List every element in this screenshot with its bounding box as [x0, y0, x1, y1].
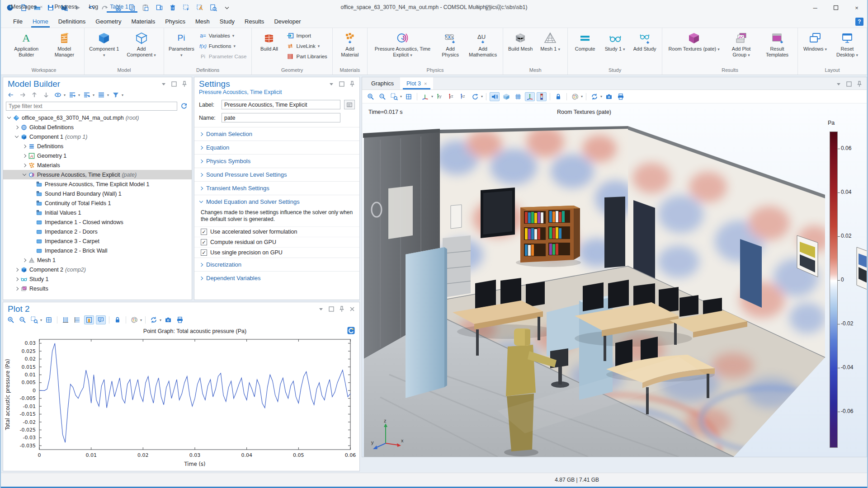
model-manager-button[interactable]: Model Manager — [47, 30, 82, 58]
filter-button[interactable] — [111, 90, 121, 99]
float-button[interactable] — [328, 305, 335, 313]
tab-table-1[interactable]: Table 1× — [104, 0, 140, 13]
graphics-viewport[interactable]: Time=0.017 s Room Textures (pate) Pa 0.0… — [362, 103, 867, 457]
tree-expander[interactable] — [21, 174, 28, 175]
tree-item[interactable]: Impedance 2 - Brick Wall — [3, 246, 192, 255]
part-libraries-button[interactable]: Part Libraries — [284, 52, 329, 61]
menu-definitions[interactable]: Definitions — [53, 15, 91, 28]
palette-button[interactable] — [570, 92, 580, 101]
tab-progress[interactable]: Progress — [48, 0, 83, 13]
tab-graphics[interactable]: Graphics — [365, 77, 400, 89]
columns-button[interactable] — [96, 90, 106, 99]
caret-small-button[interactable] — [835, 80, 842, 88]
pin-button[interactable] — [181, 80, 188, 88]
acoustics-button[interactable]: Pressure Acoustics, Time Explicit ▾ — [370, 30, 435, 59]
tree-item[interactable]: Global Definitions — [3, 122, 192, 132]
close-panel-button[interactable] — [349, 305, 356, 313]
room-textures-button[interactable]: Room Textures (pate) ▾ — [665, 30, 723, 53]
show-button[interactable] — [53, 90, 63, 99]
camera-button[interactable] — [163, 315, 173, 324]
build-all-button[interactable]: Build All — [255, 30, 283, 53]
tree-item[interactable]: DInitial Values 1 — [3, 208, 192, 217]
triadtgl-button[interactable] — [525, 92, 535, 101]
tree-expander[interactable] — [14, 136, 20, 137]
zoom-out-button[interactable] — [377, 92, 387, 101]
caret-small-button[interactable] — [317, 305, 325, 313]
import-button[interactable]: Import — [284, 31, 329, 40]
section-header[interactable]: Transient Mesh Settings — [194, 182, 359, 195]
close-button[interactable]: × — [846, 0, 867, 15]
pin-button[interactable] — [495, 4, 502, 11]
view-yz-button[interactable]: yz — [447, 92, 457, 101]
tab-plot-3[interactable]: Plot 3× — [400, 77, 433, 89]
compute-button[interactable]: Compute — [571, 30, 599, 53]
section-header[interactable]: Equation — [194, 141, 359, 154]
arrow-up-button[interactable] — [29, 90, 39, 99]
tree-item[interactable]: DSound Hard Boundary (Wall) 1 — [3, 189, 192, 198]
arrow-right-button[interactable] — [18, 90, 28, 99]
rename-button[interactable] — [344, 100, 355, 109]
section-header[interactable]: Sound Pressure Level Settings — [194, 168, 359, 181]
annot-button[interactable] — [96, 315, 106, 324]
zoom-box-button[interactable] — [389, 92, 399, 101]
printer-button[interactable] — [175, 315, 185, 324]
extents-button[interactable] — [44, 315, 54, 324]
zoom-in-button[interactable] — [366, 92, 376, 101]
transp-button[interactable] — [501, 92, 511, 101]
tree-item[interactable]: Component 1(comp 1) — [3, 132, 192, 141]
tree-expander[interactable] — [14, 268, 20, 271]
axisbox-button[interactable] — [84, 315, 94, 324]
speaker-button[interactable] — [490, 92, 500, 101]
section-header[interactable]: Physics Symbols — [194, 155, 359, 168]
menu-results[interactable]: Results — [240, 15, 269, 28]
variables-button[interactable]: a=Variables▾ — [197, 31, 249, 40]
pin-button[interactable] — [349, 80, 356, 88]
printer-button[interactable] — [616, 92, 626, 101]
label-input[interactable] — [222, 100, 340, 109]
menu-file[interactable]: File — [8, 15, 28, 28]
menu-materials[interactable]: Materials — [126, 15, 160, 28]
tab-messages[interactable]: Messages× — [5, 0, 48, 13]
tree-item[interactable]: Mesh 1 — [3, 255, 192, 265]
collapse-button[interactable] — [67, 90, 77, 99]
menu-geometry[interactable]: Geometry — [90, 15, 126, 28]
tree-expander[interactable] — [21, 145, 28, 148]
section-header[interactable]: Model Equation and Solver Settings — [194, 195, 359, 208]
lock-button[interactable] — [553, 92, 563, 101]
arrow-down-button[interactable] — [41, 90, 51, 99]
expand-button[interactable] — [82, 90, 92, 99]
view-xz-button[interactable]: xz — [458, 92, 468, 101]
add-math-button[interactable]: ΔUAdd Mathematics — [466, 30, 500, 58]
tree-expander[interactable] — [14, 126, 20, 129]
float-button[interactable] — [338, 80, 345, 88]
reset-desktop-button[interactable]: Reset Desktop ▾ — [830, 30, 864, 59]
float-button[interactable] — [170, 80, 178, 88]
tree-item[interactable]: AGeometry 1 — [3, 151, 192, 160]
tree-expander[interactable] — [21, 164, 28, 167]
tab-log[interactable]: Log — [83, 0, 104, 13]
point-graph-chart[interactable]: Point Graph: Total acoustic pressure (Pa… — [3, 326, 358, 469]
menu-developer[interactable]: Developer — [269, 15, 306, 28]
add-study-button[interactable]: Add Study — [630, 30, 659, 53]
goto-view-button[interactable] — [420, 92, 430, 101]
tree-item[interactable]: DPressure Acoustics, Time Explicit Model… — [3, 179, 192, 189]
tree-item[interactable]: Study 1 — [3, 274, 192, 284]
lock-button[interactable] — [113, 315, 123, 324]
tree-item[interactable]: Impedance 1 - Closed windows — [3, 217, 192, 227]
tree-item[interactable]: Impedance 3 - Carpet — [3, 236, 192, 246]
help-button[interactable]: ? — [855, 18, 863, 26]
caret-small-button[interactable] — [328, 80, 335, 88]
tree-item[interactable]: Impedance 2 - Doors — [3, 227, 192, 236]
minimize-button[interactable]: ─ — [805, 0, 826, 15]
menu-physics[interactable]: Physics — [160, 15, 190, 28]
section-header[interactable]: Discretization — [194, 258, 359, 271]
close-tab-icon[interactable]: × — [40, 4, 42, 9]
view-xy-button[interactable]: xy — [435, 92, 445, 101]
pin-button[interactable] — [338, 305, 345, 313]
tree-expander[interactable] — [21, 259, 28, 262]
update-button[interactable] — [149, 315, 159, 324]
refresh-filter-button[interactable] — [179, 102, 189, 111]
parameters-button[interactable]: PiParameters ▾ — [167, 30, 196, 59]
caret-small-button[interactable] — [160, 80, 167, 88]
add-plot-group-button[interactable]: Add Plot Group ▾ — [724, 30, 759, 59]
